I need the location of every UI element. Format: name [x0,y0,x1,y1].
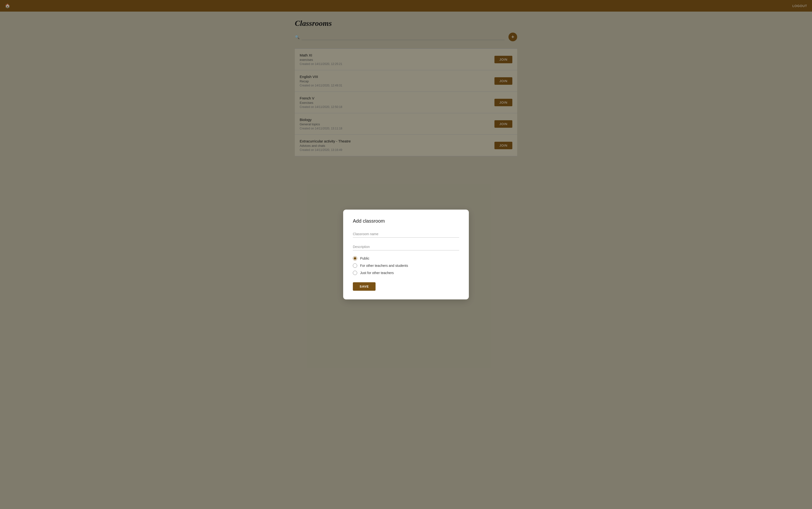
visibility-radio-group: Public For other teachers and students J… [353,256,459,275]
classroom-name-input[interactable] [353,231,459,238]
radio-option-teachers[interactable]: Just for other teachers [353,271,459,275]
radio-input-teachers_students[interactable] [353,264,357,268]
radio-label-teachers: Just for other teachers [360,271,394,275]
add-classroom-modal: Add classroom Public For other teachers … [343,210,469,299]
modal-overlay: Add classroom Public For other teachers … [0,0,812,509]
classroom-description-input[interactable] [353,243,459,250]
radio-option-teachers_students[interactable]: For other teachers and students [353,264,459,268]
radio-label-public: Public [360,257,369,260]
save-button[interactable]: SAVE [353,282,376,291]
radio-label-teachers_students: For other teachers and students [360,264,408,268]
radio-input-public[interactable] [353,256,357,261]
radio-input-teachers[interactable] [353,271,357,275]
modal-title: Add classroom [353,218,459,224]
radio-option-public[interactable]: Public [353,256,459,261]
